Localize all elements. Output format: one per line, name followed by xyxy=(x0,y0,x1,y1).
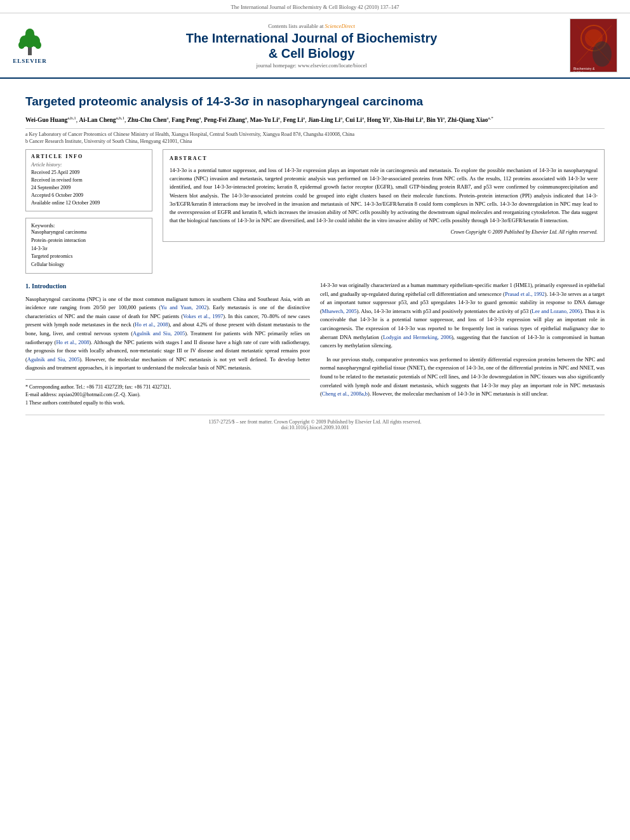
received-revised-label: Received in revised form xyxy=(31,177,147,184)
body-col-left: 1. Introduction Nasopharyngeal carcinoma… xyxy=(25,281,310,407)
journal-title-area: Contents lists available at ScienceDirec… xyxy=(53,23,570,69)
received-date: Received 25 April 2009 xyxy=(31,169,147,177)
intro-col2-text: 14-3-3σ was originally characterized as … xyxy=(320,281,605,350)
ref-ho-2008[interactable]: Ho et al., 2008 xyxy=(135,321,168,328)
footer-doi: doi:10.1016/j.biocel.2009.10.001 xyxy=(25,425,605,430)
abstract-box: ABSTRACT 14-3-3σ is a potential tumor su… xyxy=(163,149,605,242)
author-jian-ling: Jian-Ling Lia, xyxy=(308,117,345,123)
article-info-box: ARTICLE INFO Article history: Received 2… xyxy=(25,149,152,211)
top-bar: The International Journal of Biochemistr… xyxy=(0,0,630,13)
footnote-email: E-mail address: zqxiao2001@hotmail.com (… xyxy=(25,391,310,399)
article-title: Targeted proteomic analysis of 14-3-3σ i… xyxy=(25,94,605,110)
journal-main-title: The International Journal of Biochemistr… xyxy=(53,30,570,61)
science-direct-link[interactable]: ScienceDirect xyxy=(325,23,354,29)
author-feng: Feng Lia, xyxy=(283,117,308,123)
journal-homepage: journal homepage: www.elsevier.com/locat… xyxy=(53,62,570,69)
author-wei-guo: Wei-Guo Huanga,b,1, xyxy=(25,117,79,123)
footer-issn: 1357-2725/$ – see front matter. Crown Co… xyxy=(25,419,605,425)
article-history-label: Article history: xyxy=(31,162,147,168)
svg-rect-0 xyxy=(28,46,32,55)
footnotes-area: * Corresponding author. Tel.: +86 731 43… xyxy=(25,379,310,407)
ref-cheng[interactable]: Cheng et al., 2008a,b xyxy=(322,390,368,397)
authors-line: Wei-Guo Huanga,b,1, Ai-Lan Chenga,b,1, Z… xyxy=(25,115,605,124)
ref-vokes[interactable]: Vokes et al., 1997 xyxy=(183,313,223,319)
author-ai-lan: Ai-Lan Chenga,b,1, xyxy=(79,117,128,123)
affil-2: b Cancer Research Institute, University … xyxy=(25,138,605,144)
keyword-3: 14-3-3σ xyxy=(31,245,147,253)
affil-1: a Key Laboratory of Cancer Proteomics of… xyxy=(25,131,605,137)
body-two-col: 1. Introduction Nasopharyngeal carcinoma… xyxy=(25,281,605,407)
author-fang: Fang Penga, xyxy=(171,117,204,123)
intro-col2-text-2: In our previous study, comparative prote… xyxy=(320,356,605,399)
ref-agulnik[interactable]: Agulnik and Siu, 2005 xyxy=(133,330,185,337)
ref-ho-2008b[interactable]: Ho et al., 2008 xyxy=(56,339,89,345)
journal-cover-image: Biochemistry & Cell Biology xyxy=(570,18,617,72)
svg-point-4 xyxy=(18,41,25,49)
keywords-header: ARTICLE INFO Keywords: xyxy=(31,222,147,229)
ref-mhawech[interactable]: Mhawech, 2005 xyxy=(322,308,357,314)
keywords-list: Nasopharyngeal carcinoma Protein–protein… xyxy=(31,229,147,269)
article-info-header: ARTICLE INFO xyxy=(31,154,147,159)
body-col-right: 14-3-3σ was originally characterized as … xyxy=(320,281,605,407)
author-cui: Cui Lia, xyxy=(345,117,367,123)
affiliations: a Key Laboratory of Cancer Proteomics of… xyxy=(25,128,605,144)
author-mao-yu: Mao-Yu Lia, xyxy=(250,117,283,123)
footnote-corresponding: * Corresponding author. Tel.: +86 731 43… xyxy=(25,383,310,391)
footer-line: 1357-2725/$ – see front matter. Crown Co… xyxy=(25,415,605,434)
abstract-text: 14-3-3σ is a potential tumor suppressor,… xyxy=(170,166,598,225)
svg-point-10 xyxy=(593,41,612,67)
accepted-date: Accepted 6 October 2009 xyxy=(31,192,147,199)
ref-lee-lozano[interactable]: Lee and Lozano, 2006 xyxy=(532,308,580,314)
science-direct-text: Contents lists available at ScienceDirec… xyxy=(53,23,570,29)
abstract-header: ABSTRACT xyxy=(170,155,598,163)
page-wrapper: The International Journal of Biochemistr… xyxy=(0,0,630,840)
author-bin: Bin Yia, xyxy=(426,117,447,123)
svg-text:Cell Biology: Cell Biology xyxy=(573,70,587,72)
available-online: Available online 12 October 2009 xyxy=(31,199,147,207)
journal-citation: The International Journal of Biochemistr… xyxy=(231,4,399,10)
svg-point-5 xyxy=(35,41,41,49)
footnote-equal: 1 These authors contributed equally to t… xyxy=(25,399,310,407)
svg-point-6 xyxy=(25,29,34,39)
keyword-5: Cellular biology xyxy=(31,261,147,269)
elsevier-logo: ELSEVIER xyxy=(13,27,47,64)
elsevier-text: ELSEVIER xyxy=(13,58,47,64)
author-hong: Hong Yia, xyxy=(367,117,393,123)
journal-header: ELSEVIER Contents lists available at Sci… xyxy=(0,13,630,79)
author-peng-fei: Peng-Fei Zhanga, xyxy=(204,117,250,123)
ref-agulnik-2[interactable]: Agulnik and Siu, 2005 xyxy=(27,356,79,363)
col-left: ARTICLE INFO Article history: Received 2… xyxy=(25,149,152,274)
ref-yu-yuan[interactable]: Yu and Yuan, 2002 xyxy=(161,304,206,310)
keyword-2: Protein–protein interaction xyxy=(31,237,147,245)
introduction-title: 1. Introduction xyxy=(25,281,310,291)
col-right: ABSTRACT 14-3-3σ is a potential tumor su… xyxy=(163,149,605,274)
author-zhu-chu: Zhu-Chu Chena, xyxy=(128,117,171,123)
author-zhi-qiang: Zhi-Qiang Xiaoa,* xyxy=(448,117,493,123)
ref-prasad[interactable]: Prasad et al., 1992 xyxy=(505,291,545,297)
intro-col1-text: Nasopharyngeal carcinoma (NPC) is one of… xyxy=(25,295,310,373)
keywords-box: ARTICLE INFO Keywords: Nasopharyngeal ca… xyxy=(25,218,152,274)
revised-date: 24 September 2009 xyxy=(31,184,147,192)
keyword-4: Targeted proteomics xyxy=(31,253,147,261)
author-xin-hui: Xin-Hui Lia, xyxy=(393,117,426,123)
two-col-info: ARTICLE INFO Article history: Received 2… xyxy=(25,149,605,274)
keyword-1: Nasopharyngeal carcinoma xyxy=(31,229,147,237)
ref-lodygin[interactable]: Lodygin and Hermeking, 2006 xyxy=(383,334,452,340)
article-content: Targeted proteomic analysis of 14-3-3σ i… xyxy=(0,79,630,441)
copyright-line: Crown Copyright © 2009 Published by Else… xyxy=(170,229,598,236)
